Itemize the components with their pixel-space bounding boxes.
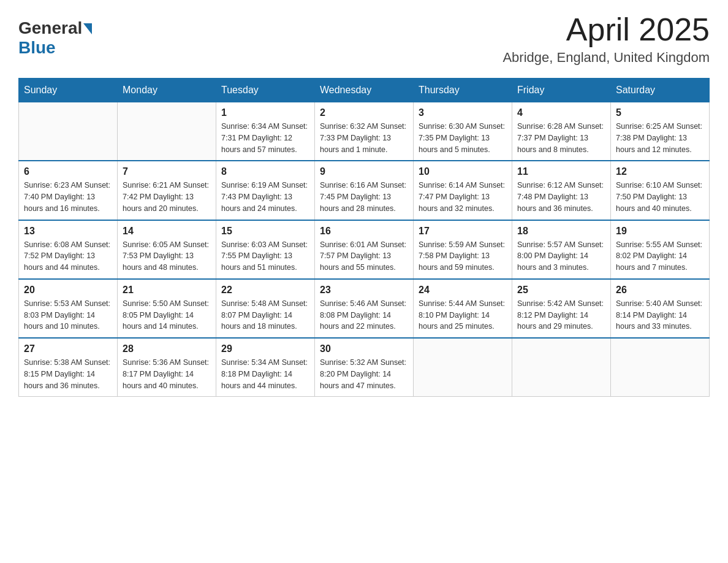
day-info: Sunrise: 6:16 AM Sunset: 7:45 PM Dayligh…: [320, 180, 408, 214]
calendar-cell: 21Sunrise: 5:50 AM Sunset: 8:05 PM Dayli…: [118, 279, 216, 338]
calendar-cell: 23Sunrise: 5:46 AM Sunset: 8:08 PM Dayli…: [315, 279, 414, 338]
calendar-cell: 7Sunrise: 6:21 AM Sunset: 7:42 PM Daylig…: [118, 161, 216, 220]
day-number: 28: [123, 343, 211, 354]
calendar-cell: 10Sunrise: 6:14 AM Sunset: 7:47 PM Dayli…: [414, 161, 512, 220]
day-number: 1: [221, 107, 309, 118]
day-info: Sunrise: 6:23 AM Sunset: 7:40 PM Dayligh…: [24, 180, 112, 214]
weekday-header-wednesday: Wednesday: [315, 79, 414, 102]
calendar-cell: 26Sunrise: 5:40 AM Sunset: 8:14 PM Dayli…: [611, 279, 710, 338]
day-info: Sunrise: 5:50 AM Sunset: 8:05 PM Dayligh…: [123, 298, 211, 332]
weekday-header-thursday: Thursday: [414, 79, 512, 102]
calendar-cell: 1Sunrise: 6:34 AM Sunset: 7:31 PM Daylig…: [216, 102, 315, 161]
day-info: Sunrise: 6:30 AM Sunset: 7:35 PM Dayligh…: [419, 121, 507, 155]
day-number: 7: [123, 166, 211, 177]
day-info: Sunrise: 6:08 AM Sunset: 7:52 PM Dayligh…: [24, 239, 112, 274]
calendar-week-row: 20Sunrise: 5:53 AM Sunset: 8:03 PM Dayli…: [19, 279, 710, 338]
calendar-cell: 30Sunrise: 5:32 AM Sunset: 8:20 PM Dayli…: [315, 338, 414, 397]
calendar-cell: 25Sunrise: 5:42 AM Sunset: 8:12 PM Dayli…: [512, 279, 611, 338]
day-number: 2: [320, 107, 408, 118]
calendar-cell: 5Sunrise: 6:25 AM Sunset: 7:38 PM Daylig…: [611, 102, 710, 161]
day-info: Sunrise: 6:32 AM Sunset: 7:33 PM Dayligh…: [320, 121, 408, 155]
calendar-cell: 22Sunrise: 5:48 AM Sunset: 8:07 PM Dayli…: [216, 279, 315, 338]
day-number: 6: [24, 166, 112, 177]
day-number: 24: [419, 285, 507, 296]
day-number: 22: [221, 285, 309, 296]
day-info: Sunrise: 6:03 AM Sunset: 7:55 PM Dayligh…: [221, 239, 309, 274]
weekday-header-saturday: Saturday: [611, 79, 710, 102]
calendar-cell: 24Sunrise: 5:44 AM Sunset: 8:10 PM Dayli…: [414, 279, 512, 338]
calendar-cell: 4Sunrise: 6:28 AM Sunset: 7:37 PM Daylig…: [512, 102, 611, 161]
day-number: 4: [517, 107, 605, 118]
day-number: 13: [24, 226, 112, 237]
day-info: Sunrise: 6:05 AM Sunset: 7:53 PM Dayligh…: [123, 239, 211, 274]
day-number: 12: [616, 166, 704, 177]
calendar-cell: 3Sunrise: 6:30 AM Sunset: 7:35 PM Daylig…: [414, 102, 512, 161]
day-number: 14: [123, 226, 211, 237]
day-number: 17: [419, 226, 507, 237]
calendar-cell: 9Sunrise: 6:16 AM Sunset: 7:45 PM Daylig…: [315, 161, 414, 220]
day-info: Sunrise: 5:57 AM Sunset: 8:00 PM Dayligh…: [517, 239, 605, 274]
logo: General Blue: [18, 18, 92, 58]
day-number: 27: [24, 343, 112, 354]
day-number: 5: [616, 107, 704, 118]
weekday-header-monday: Monday: [118, 79, 216, 102]
day-info: Sunrise: 5:32 AM Sunset: 8:20 PM Dayligh…: [320, 357, 408, 391]
logo-arrow-icon: [83, 23, 92, 34]
day-number: 20: [24, 285, 112, 296]
calendar-cell: [118, 102, 216, 161]
calendar-cell: 8Sunrise: 6:19 AM Sunset: 7:43 PM Daylig…: [216, 161, 315, 220]
day-number: 10: [419, 166, 507, 177]
day-info: Sunrise: 6:34 AM Sunset: 7:31 PM Dayligh…: [221, 121, 309, 155]
day-info: Sunrise: 5:46 AM Sunset: 8:08 PM Dayligh…: [320, 298, 408, 332]
day-info: Sunrise: 5:42 AM Sunset: 8:12 PM Dayligh…: [517, 298, 605, 332]
day-info: Sunrise: 5:38 AM Sunset: 8:15 PM Dayligh…: [24, 357, 112, 391]
day-number: 19: [616, 226, 704, 237]
calendar-cell: 2Sunrise: 6:32 AM Sunset: 7:33 PM Daylig…: [315, 102, 414, 161]
calendar-cell: 19Sunrise: 5:55 AM Sunset: 8:02 PM Dayli…: [611, 220, 710, 279]
day-number: 18: [517, 226, 605, 237]
day-info: Sunrise: 6:14 AM Sunset: 7:47 PM Dayligh…: [419, 180, 507, 214]
day-info: Sunrise: 6:25 AM Sunset: 7:38 PM Dayligh…: [616, 121, 704, 155]
calendar-cell: 27Sunrise: 5:38 AM Sunset: 8:15 PM Dayli…: [19, 338, 118, 397]
day-number: 3: [419, 107, 507, 118]
weekday-header-friday: Friday: [512, 79, 611, 102]
day-info: Sunrise: 5:34 AM Sunset: 8:18 PM Dayligh…: [221, 357, 309, 391]
page-subtitle: Abridge, England, United Kingdom: [502, 50, 710, 66]
day-info: Sunrise: 6:21 AM Sunset: 7:42 PM Dayligh…: [123, 180, 211, 214]
calendar-cell: 15Sunrise: 6:03 AM Sunset: 7:55 PM Dayli…: [216, 220, 315, 279]
day-number: 25: [517, 285, 605, 296]
calendar-cell: [19, 102, 118, 161]
day-number: 16: [320, 226, 408, 237]
day-number: 30: [320, 343, 408, 354]
calendar-week-row: 13Sunrise: 6:08 AM Sunset: 7:52 PM Dayli…: [19, 220, 710, 279]
calendar-cell: [414, 338, 512, 397]
calendar-header-row: SundayMondayTuesdayWednesdayThursdayFrid…: [19, 79, 710, 102]
logo-blue-text: Blue: [18, 38, 56, 58]
day-info: Sunrise: 5:48 AM Sunset: 8:07 PM Dayligh…: [221, 298, 309, 332]
day-number: 21: [123, 285, 211, 296]
calendar-cell: 11Sunrise: 6:12 AM Sunset: 7:48 PM Dayli…: [512, 161, 611, 220]
title-block: April 2025 Abridge, England, United King…: [502, 12, 710, 66]
day-number: 26: [616, 285, 704, 296]
calendar-week-row: 1Sunrise: 6:34 AM Sunset: 7:31 PM Daylig…: [19, 102, 710, 161]
day-info: Sunrise: 5:55 AM Sunset: 8:02 PM Dayligh…: [616, 239, 704, 274]
day-info: Sunrise: 5:36 AM Sunset: 8:17 PM Dayligh…: [123, 357, 211, 391]
day-number: 15: [221, 226, 309, 237]
page-header: General Blue April 2025 Abridge, England…: [18, 12, 710, 66]
calendar-cell: [611, 338, 710, 397]
day-info: Sunrise: 6:28 AM Sunset: 7:37 PM Dayligh…: [517, 121, 605, 155]
calendar-cell: 20Sunrise: 5:53 AM Sunset: 8:03 PM Dayli…: [19, 279, 118, 338]
day-number: 9: [320, 166, 408, 177]
day-number: 29: [221, 343, 309, 354]
day-number: 23: [320, 285, 408, 296]
day-info: Sunrise: 5:53 AM Sunset: 8:03 PM Dayligh…: [24, 298, 112, 332]
calendar-week-row: 27Sunrise: 5:38 AM Sunset: 8:15 PM Dayli…: [19, 338, 710, 397]
calendar-cell: 13Sunrise: 6:08 AM Sunset: 7:52 PM Dayli…: [19, 220, 118, 279]
day-info: Sunrise: 6:01 AM Sunset: 7:57 PM Dayligh…: [320, 239, 408, 274]
page-title: April 2025: [502, 12, 710, 47]
calendar-cell: 18Sunrise: 5:57 AM Sunset: 8:00 PM Dayli…: [512, 220, 611, 279]
calendar-cell: 12Sunrise: 6:10 AM Sunset: 7:50 PM Dayli…: [611, 161, 710, 220]
logo-general-text: General: [18, 18, 82, 38]
day-info: Sunrise: 6:10 AM Sunset: 7:50 PM Dayligh…: [616, 180, 704, 214]
calendar-week-row: 6Sunrise: 6:23 AM Sunset: 7:40 PM Daylig…: [19, 161, 710, 220]
